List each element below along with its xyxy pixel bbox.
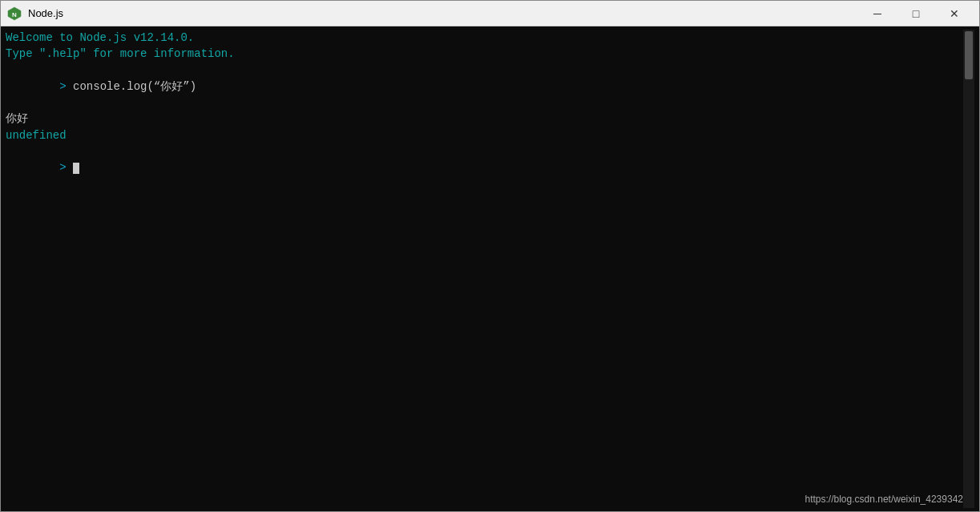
scrollbar-thumb[interactable]	[965, 31, 973, 79]
window-title: Node.js	[28, 7, 63, 19]
minimize-button[interactable]: ─	[859, 1, 896, 26]
terminal-line-help: Type ".help" for more information.	[6, 46, 963, 62]
prompt-symbol: >	[59, 80, 73, 93]
title-bar-controls: ─ □ ✕	[859, 1, 973, 26]
current-prompt-symbol: >	[59, 161, 73, 174]
terminal-content: Welcome to Node.js v12.14.0. Type ".help…	[6, 30, 963, 508]
terminal-body[interactable]: Welcome to Node.js v12.14.0. Type ".help…	[1, 26, 979, 511]
terminal-line-command: > console.log(“你好”)	[6, 62, 963, 111]
terminal-line-undefined: undefined	[6, 127, 963, 143]
title-bar-left: N Node.js	[7, 6, 63, 21]
nodejs-icon: N	[7, 6, 22, 21]
svg-text:N: N	[12, 11, 17, 18]
terminal-line-welcome: Welcome to Node.js v12.14.0.	[6, 30, 963, 46]
command-text: console.log(“你好”)	[73, 80, 196, 93]
maximize-button[interactable]: □	[897, 1, 934, 26]
cursor	[73, 163, 79, 174]
watermark: https://blog.csdn.net/weixin_4239342	[805, 493, 963, 506]
window: N Node.js ─ □ ✕ Welcome to Node.js v12.1…	[0, 0, 980, 512]
close-button[interactable]: ✕	[936, 1, 973, 26]
scrollbar[interactable]	[963, 30, 974, 508]
title-bar: N Node.js ─ □ ✕	[1, 1, 979, 26]
terminal-line-current: >	[6, 143, 963, 192]
terminal-line-output: 你好	[6, 111, 963, 127]
